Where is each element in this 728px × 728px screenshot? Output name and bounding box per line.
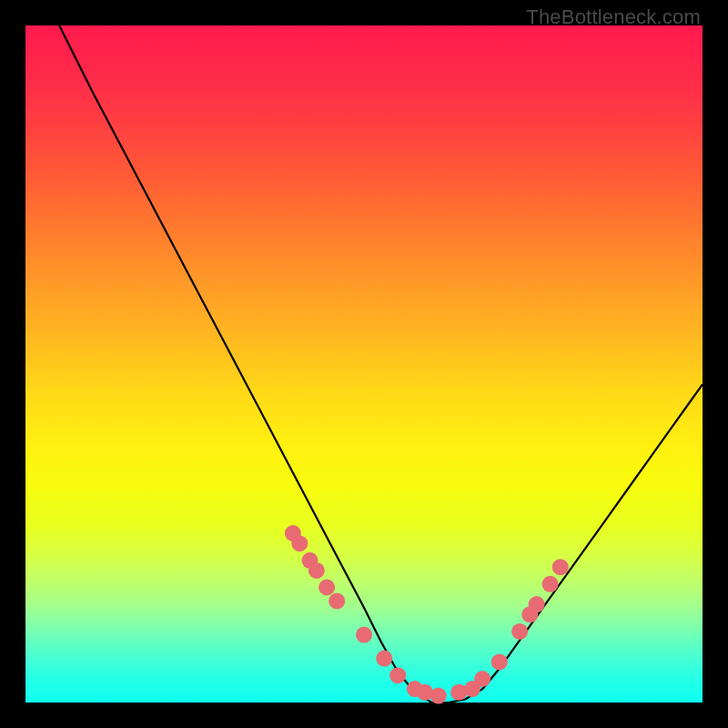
data-marker — [474, 671, 490, 687]
bottleneck-curve — [25, 0, 703, 703]
data-marker — [542, 576, 559, 592]
data-marker — [389, 667, 406, 683]
data-marker — [318, 580, 335, 596]
data-marker — [529, 596, 545, 612]
data-marker — [511, 623, 528, 640]
chart-svg — [25, 25, 703, 703]
data-marker — [430, 688, 447, 704]
data-marker — [329, 592, 345, 609]
data-marker — [552, 559, 569, 575]
data-marker — [356, 627, 372, 643]
data-marker — [376, 651, 392, 667]
marker-group — [285, 525, 569, 704]
data-marker — [491, 653, 508, 670]
data-marker — [291, 535, 308, 551]
data-marker — [308, 562, 325, 579]
